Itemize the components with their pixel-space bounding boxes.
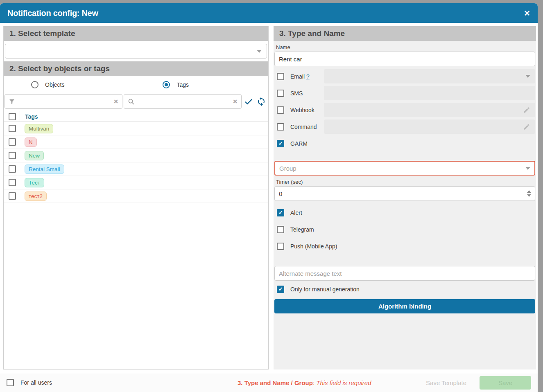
row-checkbox[interactable] xyxy=(9,179,16,186)
section-3-header: 3. Type and Name xyxy=(274,26,536,41)
radio-objects-circle[interactable] xyxy=(31,81,38,88)
alternate-message-input[interactable] xyxy=(274,266,535,281)
garm-row: GARM xyxy=(274,135,535,152)
for-all-users-checkbox[interactable] xyxy=(7,379,14,386)
garm-checkbox[interactable] xyxy=(277,140,284,147)
email-checkbox[interactable] xyxy=(277,73,284,80)
tag-chip: тест2 xyxy=(25,191,47,201)
sms-checkbox[interactable] xyxy=(277,90,284,97)
refresh-sync-icon[interactable] xyxy=(256,96,267,107)
row-checkbox[interactable] xyxy=(9,138,16,146)
radio-objects-label: Objects xyxy=(45,81,64,88)
garm-label: GARM xyxy=(290,140,324,147)
command-checkbox[interactable] xyxy=(277,123,284,131)
filter-funnel-icon xyxy=(9,98,15,105)
chevron-down-icon xyxy=(525,167,530,170)
email-select-disabled xyxy=(324,69,535,83)
quantity-stepper[interactable] xyxy=(527,186,531,201)
dialog-header: Notification config: New ✕ xyxy=(0,3,538,23)
tag-chip: Rental Small xyxy=(25,164,64,174)
alert-row: Alert xyxy=(274,204,535,221)
table-row[interactable]: Multivan xyxy=(4,122,268,135)
row-checkbox[interactable] xyxy=(9,125,16,132)
tag-chip: Тест xyxy=(25,178,44,187)
webhook-checkbox[interactable] xyxy=(277,106,284,114)
timer-field-wrap xyxy=(274,186,535,201)
radio-tags[interactable]: Tags xyxy=(163,81,189,88)
objects-tags-radio-row: Objects Tags xyxy=(4,76,268,93)
name-field[interactable] xyxy=(274,52,535,66)
command-field-disabled xyxy=(324,119,535,134)
tag-chip: N xyxy=(25,137,37,147)
radio-objects[interactable]: Objects xyxy=(31,81,64,88)
radio-tags-circle[interactable] xyxy=(163,81,170,88)
stepper-up-icon[interactable] xyxy=(527,190,531,193)
sms-row: SMS xyxy=(274,85,535,101)
close-icon[interactable]: ✕ xyxy=(524,9,530,17)
template-select[interactable] xyxy=(5,44,267,59)
email-help-icon[interactable]: ? xyxy=(306,73,310,80)
table-row[interactable]: New xyxy=(4,149,268,162)
algorithm-binding-button[interactable]: Algorithm binding xyxy=(274,299,535,313)
manual-generation-row: Only for manual generation xyxy=(274,281,535,297)
command-row: Command xyxy=(274,118,535,135)
clear-search-icon[interactable]: ✕ xyxy=(233,98,238,105)
alert-checkbox[interactable] xyxy=(277,209,284,216)
telegram-label: Telegram xyxy=(290,226,314,233)
filter-input[interactable] xyxy=(18,98,111,105)
timer-label: Timer (sec) xyxy=(276,179,534,185)
select-all-checkbox[interactable] xyxy=(9,113,16,120)
tag-chip: New xyxy=(25,151,44,160)
chevron-down-icon xyxy=(525,75,530,78)
table-row[interactable]: Rental Small xyxy=(4,162,268,176)
email-label: Email ? xyxy=(290,73,324,80)
radio-tags-label: Tags xyxy=(176,81,189,88)
template-select-row xyxy=(4,41,268,61)
tags-column-header: Tags xyxy=(25,113,38,120)
search-input[interactable] xyxy=(138,98,230,105)
filter-box: ✕ xyxy=(5,94,122,109)
timer-field[interactable] xyxy=(274,186,535,201)
edit-pencil-icon xyxy=(523,123,530,131)
left-panel: 1. Select template 2. Select by objects … xyxy=(3,26,269,369)
email-row: Email ? xyxy=(274,68,535,85)
chevron-down-icon xyxy=(257,50,262,53)
row-checkbox[interactable] xyxy=(9,152,16,159)
save-template-button[interactable]: Save Template xyxy=(426,379,466,386)
table-row[interactable]: тест2 xyxy=(4,189,268,203)
tags-list-empty-area xyxy=(4,203,268,369)
save-button[interactable]: Save xyxy=(480,376,531,390)
section-2-header: 2. Select by objects or tags xyxy=(4,61,268,76)
command-label: Command xyxy=(290,124,324,130)
row-checkbox[interactable] xyxy=(9,165,16,173)
section-1-header: 1. Select template xyxy=(4,26,268,41)
manual-generation-checkbox[interactable] xyxy=(277,286,284,293)
footer-actions: Save Template Save xyxy=(426,376,531,390)
type-and-name-body: Name Email ? SMS xyxy=(274,41,536,369)
for-all-users-label: For all users xyxy=(20,379,52,386)
manual-generation-label: Only for manual generation xyxy=(290,286,360,293)
alert-label: Alert xyxy=(290,210,302,216)
webhook-label: Webhook xyxy=(290,107,324,113)
telegram-checkbox[interactable] xyxy=(277,226,284,233)
validation-error-message: 3. Type and Name / Group: This field is … xyxy=(238,379,371,386)
telegram-row: Telegram xyxy=(274,221,535,238)
group-select[interactable]: Group xyxy=(274,161,535,176)
table-row[interactable]: Тест xyxy=(4,176,268,189)
row-checkbox[interactable] xyxy=(9,192,16,200)
edit-pencil-icon xyxy=(523,106,530,114)
search-icon xyxy=(128,98,135,105)
for-all-users-group[interactable]: For all users xyxy=(7,379,52,386)
webhook-field-disabled xyxy=(324,103,535,117)
sms-field-disabled xyxy=(324,86,535,100)
apply-check-icon[interactable] xyxy=(243,96,254,107)
clear-filter-icon[interactable]: ✕ xyxy=(113,98,118,105)
table-row[interactable]: N xyxy=(4,135,268,149)
search-box: ✕ xyxy=(124,94,242,109)
push-row: Push (Mobile App) xyxy=(274,238,535,255)
notification-config-dialog: Notification config: New ✕ 1. Select tem… xyxy=(0,3,538,392)
column-divider xyxy=(20,111,20,122)
stepper-down-icon[interactable] xyxy=(527,194,531,197)
group-placeholder: Group xyxy=(279,165,296,172)
push-checkbox[interactable] xyxy=(277,243,284,250)
